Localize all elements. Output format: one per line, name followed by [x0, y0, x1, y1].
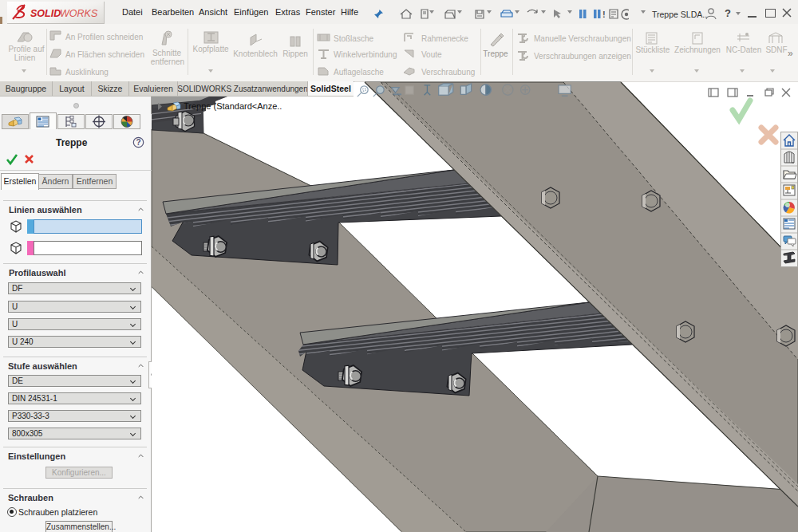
svg-text:!: !: [602, 10, 606, 19]
svg-text:?: ?: [136, 138, 141, 147]
svg-text:WORKS: WORKS: [60, 8, 98, 19]
svg-text:SOLID: SOLID: [30, 8, 61, 19]
